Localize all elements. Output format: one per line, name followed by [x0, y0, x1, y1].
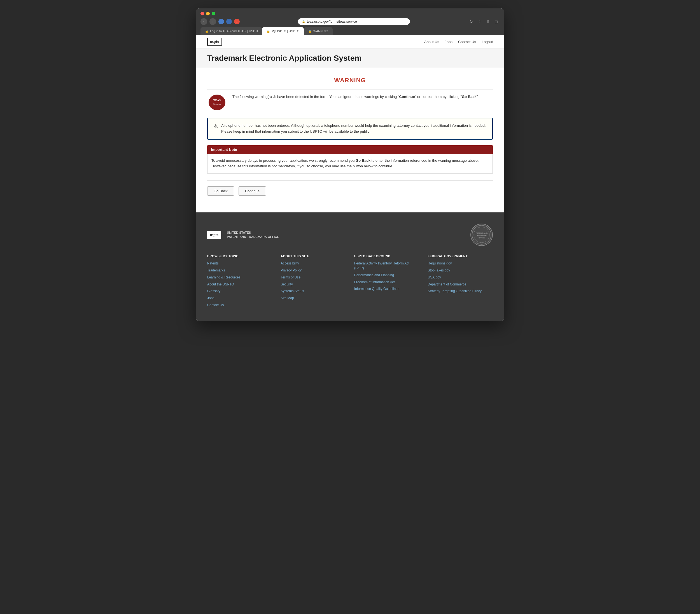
footer-link-iq[interactable]: Information Quality Guidelines	[354, 286, 420, 291]
download-button[interactable]: ⇩	[477, 18, 483, 25]
svg-point-0	[209, 94, 225, 110]
continue-button[interactable]: Continue	[239, 187, 266, 196]
go-back-button[interactable]: Go Back	[207, 187, 234, 196]
browser-chrome: ‹ › 1 🔒 teas.uspto.gov/forms/teas.servic…	[196, 9, 504, 35]
browser-tabs: 🔒 Log in to TEAS and TEASI | USPTO 🔒 MyU…	[200, 27, 500, 35]
footer-link-about[interactable]: About the USPTO	[207, 282, 273, 287]
address-bar[interactable]: 🔒 teas.uspto.gov/forms/teas.service	[298, 18, 410, 25]
tab-0[interactable]: 🔒 Log in to TEAS and TEASI | USPTO	[200, 27, 262, 35]
svg-text:file online: file online	[213, 103, 221, 105]
browser-window: ‹ › 1 🔒 teas.uspto.gov/forms/teas.servic…	[196, 9, 504, 321]
back-button[interactable]: ‹	[200, 18, 207, 25]
maximize-button[interactable]	[212, 12, 215, 15]
footer-link-trademarks[interactable]: Trademarks	[207, 268, 273, 273]
header-logo: uspto	[207, 38, 222, 46]
department-seal: PATENT AND TRADEMARK OFFICE	[471, 223, 493, 246]
warning-intro: TEAS file online The following warning(s…	[207, 94, 493, 111]
nav-contact[interactable]: Contact Us	[458, 40, 476, 44]
footer-link-stopfakes[interactable]: StopFakes.gov	[428, 268, 493, 273]
footer-link-contact[interactable]: Contact Us	[207, 303, 273, 308]
footer-columns: BROWSE BY TOPIC Patents Trademarks Learn…	[207, 254, 493, 310]
nav-jobs[interactable]: Jobs	[445, 40, 452, 44]
teas-logo-svg: TEAS file online	[208, 94, 226, 111]
footer-col-about-title: ABOUT THIS SITE	[281, 254, 346, 258]
important-note: Important Note To avoid unnecessary dela…	[207, 145, 493, 174]
browser-toolbar: ‹ › 1 🔒 teas.uspto.gov/forms/teas.servic…	[200, 18, 500, 25]
nav-about[interactable]: About Us	[424, 40, 439, 44]
footer-link-privacy[interactable]: Privacy Policy	[281, 268, 346, 273]
share-button[interactable]: ⇧	[485, 18, 491, 25]
browser-icon-2	[226, 19, 232, 24]
footer-link-commerce[interactable]: Department of Commerce	[428, 282, 493, 287]
url-text: teas.uspto.gov/forms/teas.service	[307, 20, 357, 24]
footer-col-browse-title: BROWSE BY TOPIC	[207, 254, 273, 258]
page-content: uspto About Us Jobs Contact Us Logout Tr…	[196, 35, 504, 321]
tab-label-2: WARNING	[313, 29, 328, 33]
footer-col-federal-title: FEDERAL GOVERNMENT	[428, 254, 493, 258]
page-title-banner: Trademark Electronic Application System	[196, 49, 504, 68]
footer-link-glossary[interactable]: Glossary	[207, 289, 273, 294]
footer-link-jobs[interactable]: Jobs	[207, 296, 273, 300]
footer-link-fair[interactable]: Federal Activity Inventory Reform Act (F…	[354, 261, 420, 271]
site-footer: uspto UNITED STATESPATENT AND TRADEMARK …	[196, 213, 504, 321]
footer-link-learning[interactable]: Learning & Resources	[207, 275, 273, 280]
tab-1[interactable]: 🔒 MyUSPTO | USPTO	[262, 27, 304, 35]
footer-link-performance[interactable]: Performance and Planning	[354, 273, 420, 278]
footer-link-foia[interactable]: Freedom of Information Act	[354, 280, 420, 285]
svg-text:TEAS: TEAS	[213, 99, 221, 102]
warning-message: A telephone number has not been entered.…	[221, 123, 487, 135]
nav-logout[interactable]: Logout	[482, 40, 493, 44]
footer-top: uspto UNITED STATESPATENT AND TRADEMARK …	[207, 223, 493, 246]
footer-link-accessibility[interactable]: Accessibility	[281, 261, 346, 266]
footer-logo: uspto	[207, 231, 221, 239]
go-back-bold: Go Back	[462, 94, 477, 99]
footer-col-background-title: USPTO BACKGROUND	[354, 254, 420, 258]
reload-button[interactable]: ↻	[468, 18, 474, 25]
footer-link-regulations[interactable]: Regulations.gov	[428, 261, 493, 266]
tab-2[interactable]: 🔒 WARNING	[304, 27, 333, 35]
header-nav: About Us Jobs Contact Us Logout	[424, 40, 493, 44]
footer-link-security[interactable]: Security	[281, 282, 346, 287]
footer-org-name: UNITED STATESPATENT AND TRADEMARK OFFICE	[227, 231, 279, 239]
notification-badge: 1	[234, 19, 240, 24]
footer-col-background: USPTO BACKGROUND Federal Activity Invent…	[354, 254, 420, 310]
warning-heading: WARNING	[207, 77, 493, 84]
important-note-body: To avoid unnecessary delays in processin…	[207, 154, 493, 174]
footer-link-systems[interactable]: Systems Status	[281, 289, 346, 294]
tab-icon-1: 🔒	[266, 30, 270, 33]
footer-link-usa[interactable]: USA.gov	[428, 275, 493, 280]
warning-box: ⚠ A telephone number has not been entere…	[207, 118, 493, 140]
important-note-go-back: Go Back	[355, 158, 371, 163]
footer-link-terms[interactable]: Terms of Use	[281, 275, 346, 280]
tab-icon-2: 🔒	[308, 30, 312, 33]
traffic-lights	[200, 12, 500, 15]
warning-triangle-icon: ⚠	[213, 123, 218, 129]
svg-text:TRADEMARK: TRADEMARK	[475, 234, 488, 236]
footer-col-browse: BROWSE BY TOPIC Patents Trademarks Learn…	[207, 254, 273, 310]
teas-logo: TEAS file online	[207, 94, 227, 111]
svg-text:OFFICE: OFFICE	[478, 237, 485, 239]
close-button[interactable]	[200, 12, 204, 15]
seal-svg: PATENT AND TRADEMARK OFFICE	[472, 225, 491, 245]
forward-button[interactable]: ›	[210, 18, 216, 25]
divider-bottom	[207, 180, 493, 181]
button-row: Go Back Continue	[207, 187, 493, 196]
tab-icon-0: 🔒	[205, 30, 208, 33]
warning-intro-text: The following warning(s) ⚠ have been det…	[233, 94, 478, 100]
minimize-button[interactable]	[206, 12, 210, 15]
important-note-header: Important Note	[207, 145, 493, 154]
footer-link-sitemap[interactable]: Site Map	[281, 296, 346, 300]
footer-link-stop-piracy[interactable]: Strategy Targeting Organized Piracy	[428, 289, 493, 294]
tab-label-0: Log in to TEAS and TEASI | USPTO	[210, 29, 260, 33]
lock-icon: 🔒	[302, 20, 305, 23]
site-header: uspto About Us Jobs Contact Us Logout	[196, 35, 504, 49]
footer-link-patents[interactable]: Patents	[207, 261, 273, 266]
new-tab-button[interactable]: ◻	[493, 18, 500, 25]
tab-label-1: MyUSPTO | USPTO	[272, 29, 299, 33]
page-title: Trademark Electronic Application System	[207, 54, 493, 63]
svg-text:PATENT AND: PATENT AND	[476, 232, 488, 234]
main-content: WARNING TEAS file online The following w…	[196, 68, 504, 204]
browser-icon-1	[218, 19, 224, 24]
continue-bold: Continue	[399, 94, 415, 99]
footer-col-federal: FEDERAL GOVERNMENT Regulations.gov StopF…	[428, 254, 493, 310]
